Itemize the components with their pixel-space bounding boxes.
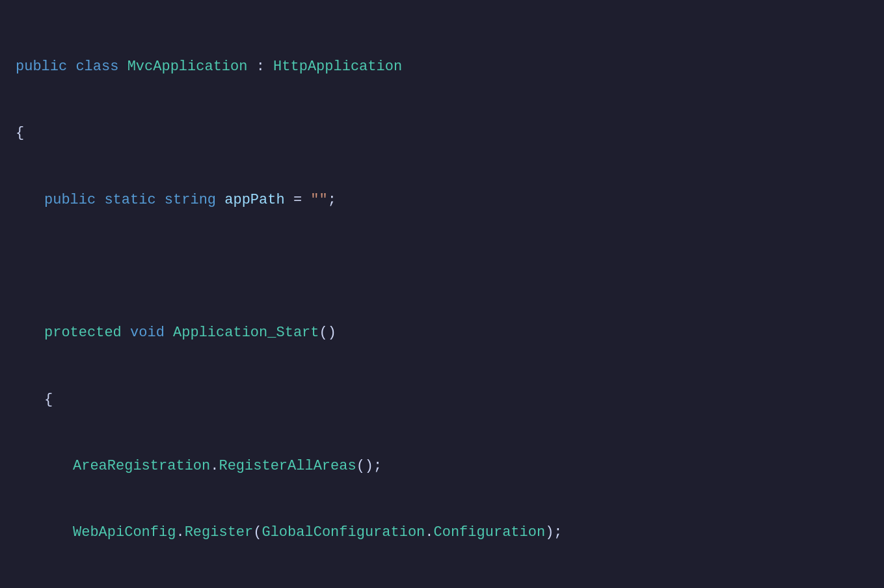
- line-app-start-sig: protected void Application_Start(): [16, 322, 868, 344]
- call-register-all: RegisterAllAreas: [219, 458, 356, 474]
- class-name: MvcApplication: [127, 59, 248, 75]
- line-open-brace-method: {: [16, 389, 868, 411]
- keyword-protected-1: protected: [44, 325, 122, 341]
- keyword-static: static: [104, 192, 155, 208]
- line-class-decl: public class MvcApplication : HttpApplic…: [16, 56, 868, 78]
- call-configuration: Configuration: [434, 524, 546, 541]
- method-app-start: Application_Start: [173, 325, 319, 341]
- line-webapi-config: WebApiConfig.Register(GlobalConfiguratio…: [16, 522, 868, 544]
- keyword-public-field: public: [44, 192, 96, 208]
- field-value: "": [310, 192, 327, 208]
- call-area-reg: AreaRegistration: [73, 458, 210, 474]
- keyword-public: public: [16, 59, 67, 75]
- code-editor: public class MvcApplication : HttpApplic…: [16, 12, 868, 588]
- keyword-class: class: [75, 59, 118, 75]
- keyword-void-1: void: [130, 325, 165, 341]
- line-area-reg: AreaRegistration.RegisterAllAreas();: [16, 455, 868, 477]
- line-open-brace-outer: {: [16, 122, 868, 144]
- keyword-string: string: [165, 192, 216, 208]
- call-register-webapi: Register: [185, 524, 254, 541]
- call-global-config: GlobalConfiguration: [261, 524, 425, 541]
- base-class-name: HttpApplication: [273, 59, 402, 75]
- call-webapi: WebApiConfig: [73, 524, 176, 541]
- line-blank-1: [16, 256, 868, 278]
- line-field: public static string appPath = "";: [16, 189, 868, 211]
- field-name: appPath: [224, 192, 284, 208]
